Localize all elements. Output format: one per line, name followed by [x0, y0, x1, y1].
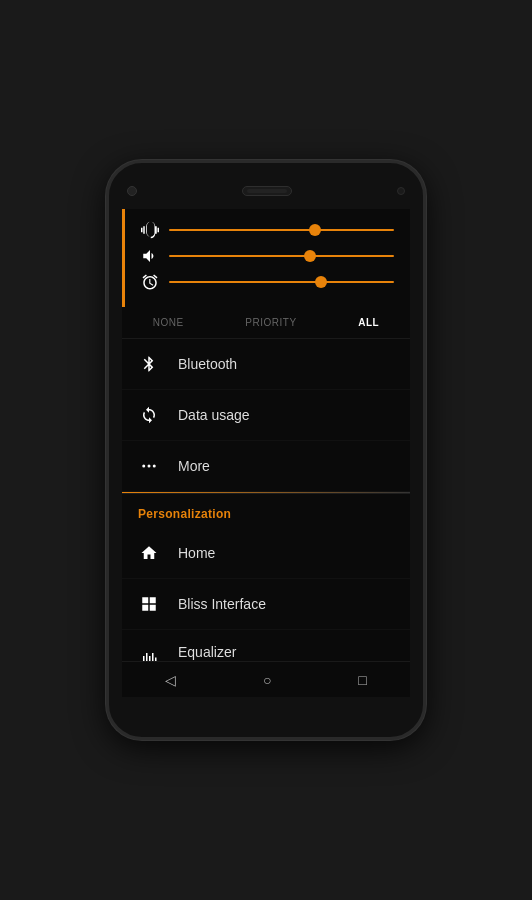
tab-all[interactable]: ALL: [350, 315, 387, 330]
volume-slider-row: [141, 247, 394, 265]
home-label: Home: [178, 545, 215, 561]
bliss-interface-label: Bliss Interface: [178, 596, 266, 612]
camera-dot: [127, 186, 137, 196]
home-icon: [138, 542, 160, 564]
nav-bar: ◁ ○ □: [122, 661, 410, 697]
menu-item-data-usage[interactable]: Data usage: [122, 390, 410, 441]
vibrate-slider-track[interactable]: [169, 229, 394, 231]
phone-top-bar: [109, 177, 423, 205]
menu-item-bliss-interface[interactable]: Bliss Interface: [122, 579, 410, 630]
equalizer-label: Equalizer: [178, 644, 251, 660]
data-usage-label: Data usage: [178, 407, 250, 423]
vibrate-icon: [141, 221, 159, 239]
sensor-dot: [397, 187, 405, 195]
speaker-grill: [242, 186, 292, 196]
svg-point-0: [142, 465, 145, 468]
sliders-section: [122, 209, 410, 307]
alarm-slider-track[interactable]: [169, 281, 394, 283]
bluetooth-label: Bluetooth: [178, 356, 237, 372]
equalizer-icon: [138, 648, 160, 662]
menu-item-home[interactable]: Home: [122, 528, 410, 579]
menu-item-more[interactable]: More: [122, 441, 410, 492]
alarm-icon: [141, 273, 159, 291]
volume-slider-track[interactable]: [169, 255, 394, 257]
menu-item-bluetooth[interactable]: Bluetooth: [122, 339, 410, 390]
menu-item-equalizer[interactable]: Equalizer AudioFX Access: [122, 630, 410, 661]
svg-point-1: [148, 465, 151, 468]
menu-section: Bluetooth Data usage More: [122, 339, 410, 661]
volume-slider-thumb[interactable]: [304, 250, 316, 262]
tab-none[interactable]: NONE: [145, 315, 192, 330]
back-button[interactable]: ◁: [153, 668, 188, 692]
bliss-label-container: Bliss Interface: [178, 596, 266, 612]
alarm-slider-thumb[interactable]: [315, 276, 327, 288]
home-button[interactable]: ○: [251, 668, 283, 692]
equalizer-label-container: Equalizer AudioFX Access: [178, 644, 251, 661]
vibrate-slider-thumb[interactable]: [309, 224, 321, 236]
personalization-section-header: Personalization: [122, 493, 410, 528]
alarm-slider-row: [141, 273, 394, 291]
volume-icon: [141, 247, 159, 265]
more-icon: [138, 455, 160, 477]
home-label-container: Home: [178, 545, 215, 561]
screen: NONE PRIORITY ALL Bluetooth: [122, 209, 410, 697]
data-usage-icon: [138, 404, 160, 426]
tab-priority[interactable]: PRIORITY: [237, 315, 304, 330]
notification-tabs[interactable]: NONE PRIORITY ALL: [122, 307, 410, 339]
bliss-interface-icon: [138, 593, 160, 615]
svg-point-2: [153, 465, 156, 468]
vibrate-slider-row: [141, 221, 394, 239]
recent-button[interactable]: □: [346, 668, 378, 692]
more-label: More: [178, 458, 210, 474]
phone-device: NONE PRIORITY ALL Bluetooth: [106, 160, 426, 740]
personalization-header-text: Personalization: [138, 507, 231, 521]
bluetooth-icon: [138, 353, 160, 375]
